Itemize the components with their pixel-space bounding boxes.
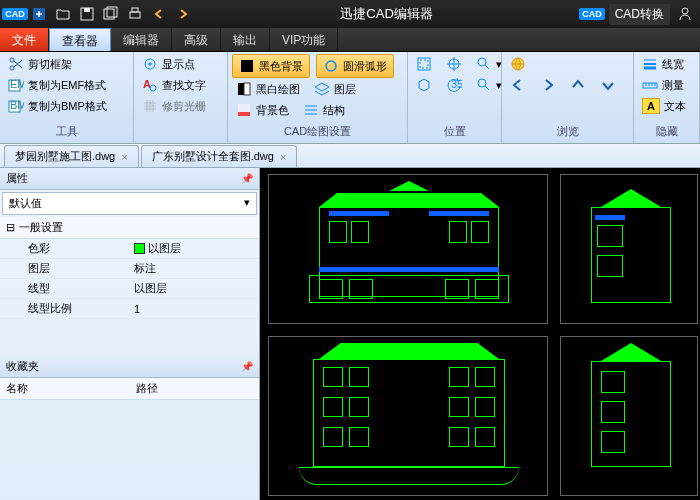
app-title: 迅捷CAD编辑器 <box>194 5 579 23</box>
zoom2-dropdown-icon[interactable]: ▾ <box>472 75 506 95</box>
group-tools-label: 工具 <box>4 122 129 141</box>
rotate-icon[interactable]: 35 <box>442 75 466 95</box>
ribbon: 剪切框架 EMF复制为EMF格式 BMP复制为BMP格式 工具 显示点 A查找文… <box>0 52 700 144</box>
trim-grid-label: 修剪光栅 <box>162 99 206 114</box>
globe-icon[interactable] <box>506 54 530 74</box>
redo-icon[interactable] <box>172 3 194 25</box>
svg-point-27 <box>478 58 486 66</box>
cut-frame-button[interactable]: 剪切框架 <box>4 54 129 74</box>
close-icon[interactable]: × <box>280 151 286 163</box>
structure-button[interactable]: 结构 <box>299 100 349 120</box>
grid-icon <box>142 98 158 114</box>
smooth-arc-button[interactable]: 圆滑弧形 <box>316 54 394 78</box>
structure-label: 结构 <box>323 103 345 118</box>
bw-icon <box>236 81 252 97</box>
show-point-button[interactable]: 显示点 <box>138 54 223 74</box>
nav-right-icon[interactable] <box>536 75 560 95</box>
prop-color-key: 色彩 <box>0 239 130 258</box>
side-panel: 属性📌 默认值▾ ⊟一般设置 色彩以图层 图层标注 线型以图层 线型比例1 收藏… <box>0 168 260 500</box>
structure-icon <box>303 102 319 118</box>
text-button[interactable]: A文本 <box>638 96 695 116</box>
properties-header: 属性📌 <box>0 168 259 190</box>
copy-bmp-label: 复制为BMP格式 <box>28 99 107 114</box>
svg-rect-21 <box>244 83 250 95</box>
print-icon[interactable] <box>124 3 146 25</box>
find-text-button[interactable]: A查找文字 <box>138 75 223 95</box>
svg-point-7 <box>682 8 688 14</box>
drawing-canvas[interactable] <box>260 168 700 500</box>
close-icon[interactable]: × <box>121 151 127 163</box>
svg-rect-2 <box>84 8 90 12</box>
menu-vip[interactable]: VIP功能 <box>270 28 338 51</box>
menu-editor[interactable]: 编辑器 <box>111 28 172 51</box>
favorites-title: 收藏夹 <box>6 359 39 374</box>
copy-bmp-button[interactable]: BMP复制为BMP格式 <box>4 96 129 116</box>
measure-label: 测量 <box>662 78 684 93</box>
section-label: 一般设置 <box>19 220 63 235</box>
cad-badge-icon: CAD <box>579 8 605 20</box>
layer-button[interactable]: 图层 <box>310 79 360 99</box>
prop-ltype-key: 线型 <box>0 279 130 298</box>
svg-text:EMF: EMF <box>10 78 24 90</box>
trim-grid-button[interactable]: 修剪光栅 <box>138 96 223 116</box>
box-icon[interactable] <box>412 75 436 95</box>
collapse-icon: ⊟ <box>6 221 15 234</box>
prop-color-val: 以图层 <box>148 241 181 256</box>
nav-left-icon[interactable] <box>506 75 530 95</box>
open-icon[interactable] <box>52 3 74 25</box>
menu-output[interactable]: 输出 <box>221 28 270 51</box>
menu-file[interactable]: 文件 <box>0 28 49 51</box>
group-browse-label: 浏览 <box>506 122 629 141</box>
copy-emf-button[interactable]: EMF复制为EMF格式 <box>4 75 129 95</box>
black-bg-label: 黑色背景 <box>259 59 303 74</box>
nav-down-icon[interactable] <box>596 75 620 95</box>
text-a-icon: A <box>642 98 660 114</box>
bw-draw-label: 黑白绘图 <box>256 82 300 97</box>
line-width-button[interactable]: 线宽 <box>638 54 695 74</box>
group-hide-label: 隐藏 <box>638 122 695 141</box>
black-bg-button[interactable]: 黑色背景 <box>232 54 310 78</box>
svg-rect-20 <box>238 83 244 95</box>
save-icon[interactable] <box>76 3 98 25</box>
prop-row-ltype[interactable]: 线型以图层 <box>0 279 259 299</box>
undo-icon[interactable] <box>148 3 170 25</box>
measure-button[interactable]: 测量 <box>638 75 695 95</box>
show-point-label: 显示点 <box>162 57 195 72</box>
window-icon[interactable] <box>412 54 436 74</box>
bg-color-label: 背景色 <box>256 103 289 118</box>
zoom-dropdown-icon[interactable]: ▾ <box>472 54 506 74</box>
arc-icon <box>323 58 339 74</box>
user-icon[interactable] <box>674 3 696 25</box>
bg-color-button[interactable]: 背景色 <box>232 100 293 120</box>
new-icon[interactable] <box>28 3 50 25</box>
svg-text:35: 35 <box>451 78 462 90</box>
menubar: 文件 查看器 编辑器 高级 输出 VIP功能 <box>0 28 700 52</box>
favorites-header: 收藏夹📌 <box>0 356 259 378</box>
saveall-icon[interactable] <box>100 3 122 25</box>
crosshair-icon[interactable] <box>442 54 466 74</box>
group-cad-label: CAD绘图设置 <box>232 122 403 141</box>
menu-advanced[interactable]: 高级 <box>172 28 221 51</box>
cad-convert-button[interactable]: CAD转换 <box>609 4 670 25</box>
prop-row-lscale[interactable]: 线型比例1 <box>0 299 259 319</box>
pin-icon[interactable]: 📌 <box>241 361 253 372</box>
nav-up-icon[interactable] <box>566 75 590 95</box>
chevron-down-icon: ▾ <box>244 196 250 211</box>
prop-row-layer[interactable]: 图层标注 <box>0 259 259 279</box>
file-tab-1[interactable]: 梦园别墅施工图.dwg× <box>4 145 139 167</box>
prop-row-color[interactable]: 色彩以图层 <box>0 239 259 259</box>
bw-draw-button[interactable]: 黑白绘图 <box>232 79 304 99</box>
svg-point-15 <box>149 63 152 66</box>
file-tab-2[interactable]: 广东别墅设计全套图.dwg× <box>141 145 298 167</box>
menu-viewer[interactable]: 查看器 <box>49 28 111 51</box>
pin-icon[interactable]: 📌 <box>241 173 253 184</box>
prop-layer-key: 图层 <box>0 259 130 278</box>
file-tabs: 梦园别墅施工图.dwg× 广东别墅设计全套图.dwg× <box>0 144 700 168</box>
general-section[interactable]: ⊟一般设置 <box>0 217 259 239</box>
bg-color-icon <box>236 102 252 118</box>
line-width-label: 线宽 <box>662 57 684 72</box>
default-combo[interactable]: 默认值▾ <box>2 192 257 215</box>
linewidth-icon <box>642 56 658 72</box>
file-tab-1-label: 梦园别墅施工图.dwg <box>15 149 115 164</box>
svg-point-9 <box>10 66 14 70</box>
